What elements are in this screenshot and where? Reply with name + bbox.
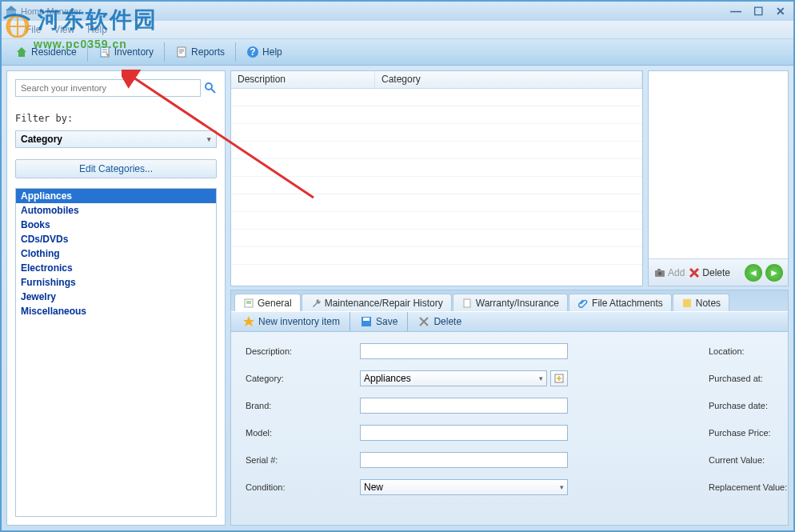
separator bbox=[87, 42, 88, 62]
save-button[interactable]: Save bbox=[354, 314, 404, 330]
tab-maintenance[interactable]: Maintenance/Repair History bbox=[302, 294, 452, 311]
save-icon bbox=[360, 315, 373, 328]
prev-image-button[interactable]: ◄ bbox=[745, 264, 762, 282]
search-icon[interactable] bbox=[204, 82, 217, 94]
edit-categories-label: Edit Categories... bbox=[79, 163, 153, 174]
svg-rect-4 bbox=[178, 47, 186, 57]
maximize-button[interactable]: ☐ bbox=[749, 5, 768, 18]
inventory-grid[interactable]: Description Category bbox=[230, 70, 643, 286]
grid-row[interactable] bbox=[231, 89, 642, 106]
label-model: Model: bbox=[246, 428, 354, 438]
label-serial: Serial #: bbox=[246, 455, 354, 465]
category-item[interactable]: Appliances bbox=[16, 189, 216, 203]
separator bbox=[164, 42, 165, 62]
document-icon bbox=[461, 298, 473, 309]
camera-icon bbox=[653, 266, 666, 279]
grid-row[interactable] bbox=[231, 124, 642, 142]
input-description[interactable] bbox=[360, 343, 568, 359]
select-condition[interactable]: New▾ bbox=[360, 479, 568, 495]
filter-select[interactable]: Category ▾ bbox=[15, 130, 217, 148]
menubar: File View Help bbox=[2, 21, 793, 38]
tab-notes[interactable]: Notes bbox=[673, 294, 729, 311]
menu-file[interactable]: File bbox=[26, 24, 41, 35]
tab-attachments-label: File Attachments bbox=[592, 298, 663, 309]
svg-rect-13 bbox=[683, 299, 691, 307]
new-icon bbox=[242, 315, 255, 328]
svg-rect-10 bbox=[657, 269, 661, 271]
help-button[interactable]: ? Help bbox=[239, 42, 290, 62]
category-item[interactable]: Clothing bbox=[16, 246, 216, 261]
svg-point-9 bbox=[658, 272, 661, 275]
category-list: AppliancesAutomobilesBooksCDs/DVDsClothi… bbox=[15, 188, 217, 517]
image-pane: Add Delete ◄ ► bbox=[648, 70, 789, 286]
input-serial[interactable] bbox=[360, 452, 568, 468]
reports-label: Reports bbox=[191, 46, 225, 58]
grid-row[interactable] bbox=[231, 177, 642, 194]
svg-marker-1 bbox=[6, 6, 17, 10]
grid-row[interactable] bbox=[231, 106, 642, 124]
residence-label: Residence bbox=[31, 46, 77, 58]
label-current-value: Current Value: bbox=[709, 455, 788, 465]
form: Description: Location: Garage▾ Category:… bbox=[231, 332, 788, 525]
add-category-button[interactable] bbox=[550, 370, 568, 386]
chevron-down-icon: ▾ bbox=[207, 135, 211, 143]
inventory-button[interactable]: Inventory bbox=[91, 42, 161, 62]
reports-icon bbox=[175, 46, 188, 58]
separator bbox=[235, 42, 236, 62]
svg-marker-2 bbox=[17, 47, 26, 57]
category-item[interactable]: Miscellaneous bbox=[16, 304, 216, 318]
label-condition: Condition: bbox=[246, 482, 354, 492]
minimize-button[interactable]: — bbox=[726, 5, 745, 18]
grid-row[interactable] bbox=[231, 230, 642, 247]
label-brand: Brand: bbox=[246, 401, 354, 410]
image-preview bbox=[649, 71, 788, 258]
tabs: General Maintenance/Repair History Warra… bbox=[231, 290, 788, 311]
next-image-button[interactable]: ► bbox=[765, 264, 783, 282]
image-toolbar: Add Delete ◄ ► bbox=[649, 258, 788, 286]
menu-help[interactable]: Help bbox=[87, 24, 107, 35]
column-description[interactable]: Description bbox=[231, 71, 375, 88]
grid-row[interactable] bbox=[231, 142, 642, 159]
delete-image-button[interactable]: Delete bbox=[688, 266, 730, 279]
grid-row[interactable] bbox=[231, 159, 642, 177]
tab-general[interactable]: General bbox=[234, 294, 301, 311]
input-model[interactable] bbox=[360, 425, 568, 441]
note-icon bbox=[243, 298, 254, 309]
reports-button[interactable]: Reports bbox=[168, 42, 232, 62]
window-title: Home Manager bbox=[18, 6, 726, 16]
select-category[interactable]: Appliances▾ bbox=[360, 370, 547, 386]
main-toolbar: Residence Inventory Reports ? Help bbox=[2, 38, 793, 66]
category-item[interactable]: Furnishings bbox=[16, 275, 216, 290]
grid-row[interactable] bbox=[231, 247, 642, 265]
detail-toolbar: New inventory item Save Delete bbox=[231, 311, 788, 332]
inventory-label: Inventory bbox=[114, 46, 154, 58]
select-condition-value: New bbox=[364, 482, 383, 493]
close-button[interactable]: ✕ bbox=[771, 5, 790, 18]
input-brand[interactable] bbox=[360, 398, 568, 414]
titlebar: Home Manager — ☐ ✕ bbox=[2, 2, 793, 21]
help-label: Help bbox=[262, 46, 282, 58]
category-item[interactable]: CDs/DVDs bbox=[16, 232, 216, 246]
tab-warranty[interactable]: Warranty/Insurance bbox=[453, 294, 568, 311]
grid-row[interactable] bbox=[231, 212, 642, 230]
label-purchase-price: Purchase Price: bbox=[709, 428, 788, 438]
edit-categories-button[interactable]: Edit Categories... bbox=[15, 159, 217, 178]
category-item[interactable]: Jewelry bbox=[16, 290, 216, 304]
paperclip-icon bbox=[577, 298, 589, 309]
column-category[interactable]: Category bbox=[375, 71, 642, 88]
delete-button[interactable]: Delete bbox=[411, 314, 468, 330]
add-image-button[interactable]: Add bbox=[653, 266, 685, 279]
search-input[interactable] bbox=[15, 79, 201, 97]
residence-button[interactable]: Residence bbox=[8, 42, 84, 62]
category-item[interactable]: Books bbox=[16, 218, 216, 232]
svg-marker-14 bbox=[243, 316, 254, 326]
tab-notes-label: Notes bbox=[696, 298, 721, 309]
new-item-button[interactable]: New inventory item bbox=[236, 314, 346, 330]
category-item[interactable]: Automobiles bbox=[16, 203, 216, 218]
filter-by-label: Filter by: bbox=[7, 105, 225, 126]
grid-row[interactable] bbox=[231, 194, 642, 212]
delete-icon bbox=[417, 315, 430, 328]
menu-view[interactable]: View bbox=[54, 24, 74, 35]
category-item[interactable]: Electronics bbox=[16, 261, 216, 275]
tab-attachments[interactable]: File Attachments bbox=[569, 294, 672, 311]
